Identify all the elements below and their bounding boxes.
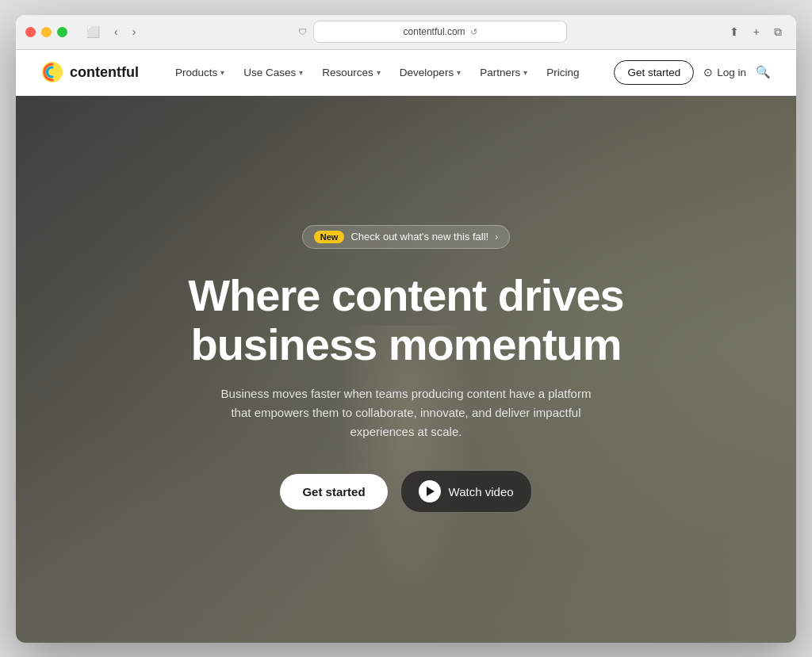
hero-get-started-button[interactable]: Get started [280, 474, 387, 510]
hero-section: New Check out what's new this fall! › Wh… [16, 96, 796, 643]
close-dot[interactable] [25, 27, 36, 37]
nav-links: Products ▾ Use Cases ▾ Resources ▾ Devel… [167, 62, 614, 83]
chevron-down-icon: ▾ [457, 68, 461, 77]
nav-use-cases[interactable]: Use Cases ▾ [236, 62, 311, 83]
minimize-dot[interactable] [41, 27, 52, 37]
nav-login-button[interactable]: ⊙ Log in [703, 66, 746, 78]
duplicate-button[interactable]: ⧉ [769, 23, 787, 41]
browser-window: ⬜ ‹ › 🛡 contentful.com ↺ ⬆ + ⧉ [16, 15, 796, 643]
nav-actions: Get started ⊙ Log in 🔍 [614, 60, 771, 85]
nav-partners[interactable]: Partners ▾ [472, 62, 535, 83]
nav-developers-label: Developers [400, 67, 454, 78]
browser-addressbar: 🛡 contentful.com ↺ [148, 21, 716, 43]
share-button[interactable]: ⬆ [725, 23, 744, 40]
badge-description: Check out what's new this fall! [350, 231, 488, 243]
nav-partners-label: Partners [480, 67, 520, 78]
watch-video-label: Watch video [449, 485, 514, 498]
logo-text: contentful [70, 64, 139, 81]
nav-pricing[interactable]: Pricing [538, 62, 587, 83]
nav-resources[interactable]: Resources ▾ [314, 62, 389, 83]
nav-products[interactable]: Products ▾ [167, 62, 232, 83]
badge-chevron-icon: › [495, 231, 498, 243]
nav-pricing-label: Pricing [546, 67, 579, 78]
nav-get-started-button[interactable]: Get started [614, 60, 694, 85]
website-content: contentful Products ▾ Use Cases ▾ Resour… [16, 50, 796, 643]
browser-back-button[interactable]: ‹ [109, 23, 123, 40]
nav-developers[interactable]: Developers ▾ [392, 62, 469, 83]
nav-resources-label: Resources [322, 67, 373, 78]
browser-sidebar-button[interactable]: ⬜ [82, 23, 105, 40]
browser-nav-controls: ⬜ ‹ › [82, 23, 140, 40]
maximize-dot[interactable] [57, 27, 67, 37]
play-triangle-icon [427, 487, 435, 496]
nav-products-label: Products [175, 67, 217, 78]
search-button[interactable]: 🔍 [756, 65, 771, 79]
address-bar[interactable]: contentful.com ↺ [313, 21, 567, 43]
security-icon: 🛡 [298, 27, 307, 36]
chevron-down-icon: ▾ [220, 68, 224, 77]
play-icon [419, 480, 441, 502]
browser-titlebar: ⬜ ‹ › 🛡 contentful.com ↺ ⬆ + ⧉ [16, 15, 796, 50]
person-icon: ⊙ [703, 66, 713, 78]
browser-forward-button[interactable]: › [128, 23, 141, 40]
search-icon: 🔍 [756, 65, 771, 78]
hero-subtitle: Business moves faster when teams produci… [216, 384, 596, 441]
reload-icon: ↺ [470, 27, 477, 37]
login-label: Log in [717, 67, 746, 78]
main-nav: contentful Products ▾ Use Cases ▾ Resour… [16, 50, 796, 96]
browser-action-buttons: ⬆ + ⧉ [725, 23, 787, 41]
badge-new-label: New [314, 231, 345, 243]
chevron-down-icon: ▾ [299, 68, 303, 77]
new-tab-button[interactable]: + [749, 23, 764, 40]
hero-title-line1: Where content drives [188, 270, 623, 320]
logo-link[interactable]: contentful [41, 61, 139, 83]
browser-dots [25, 27, 67, 37]
logo-icon [41, 61, 63, 83]
hero-watch-video-button[interactable]: Watch video [400, 470, 532, 513]
hero-title-line2: business momentum [190, 319, 621, 369]
hero-content: New Check out what's new this fall! › Wh… [172, 225, 639, 513]
chevron-down-icon: ▾ [377, 68, 381, 77]
url-text: contentful.com [404, 26, 465, 37]
hero-cta-buttons: Get started Watch video [188, 470, 623, 513]
chevron-down-icon: ▾ [523, 68, 527, 77]
hero-title: Where content drives business momentum [188, 271, 623, 369]
hero-announcement-badge[interactable]: New Check out what's new this fall! › [302, 225, 510, 249]
nav-use-cases-label: Use Cases [243, 67, 296, 78]
